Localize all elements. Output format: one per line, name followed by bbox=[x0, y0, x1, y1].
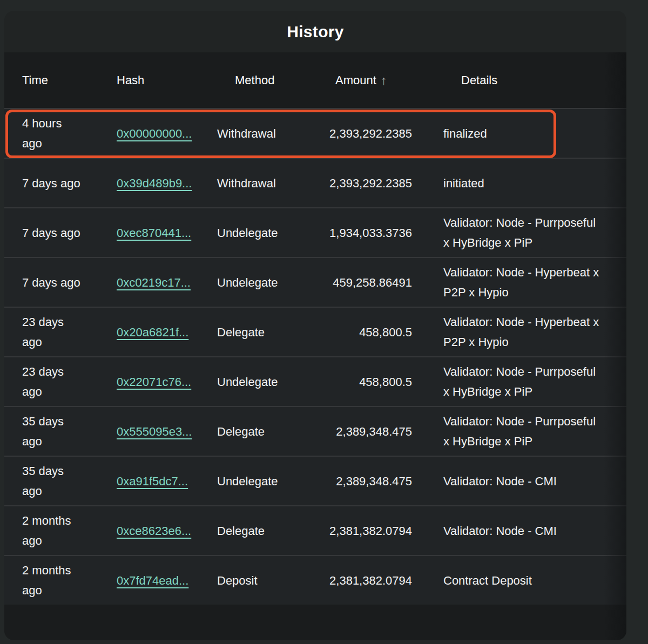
row-time: 23 days ago bbox=[22, 362, 80, 402]
column-header-hash[interactable]: Hash bbox=[117, 73, 235, 87]
table-row: 23 days ago 0x20a6821f... Delegate 458,8… bbox=[4, 307, 626, 356]
row-details: finalized bbox=[412, 124, 599, 144]
hash-link[interactable]: 0x7fd74ead... bbox=[117, 574, 188, 587]
hash-link[interactable]: 0x22071c76... bbox=[117, 375, 191, 389]
row-details: Validator: Node - Purrposeful x HyBridge… bbox=[412, 213, 599, 253]
card-header: History bbox=[4, 11, 626, 52]
amount-header-label: Amount bbox=[335, 73, 376, 87]
row-method: Delegate bbox=[217, 422, 318, 442]
hash-link[interactable]: 0x00000000... bbox=[117, 127, 192, 140]
row-method: Withdrawal bbox=[217, 124, 318, 144]
hash-link[interactable]: 0xce8623e6... bbox=[117, 524, 191, 538]
row-details: Validator: Node - Hyperbeat x P2P x Hypi… bbox=[412, 262, 599, 302]
row-amount: 2,393,292.2385 bbox=[318, 124, 412, 144]
sort-ascending-icon: ↑ bbox=[381, 74, 387, 87]
row-time: 35 days ago bbox=[22, 411, 80, 451]
history-card: History Time Hash Method Amount ↑ Detail… bbox=[4, 11, 626, 640]
row-details: Validator: Node - Hyperbeat x P2P x Hypi… bbox=[412, 312, 599, 352]
row-method: Delegate bbox=[217, 322, 318, 342]
row-method: Withdrawal bbox=[217, 173, 318, 193]
row-time: 7 days ago bbox=[22, 223, 80, 243]
table-row: 23 days ago 0x22071c76... Undelegate 458… bbox=[4, 356, 626, 406]
row-method: Undelegate bbox=[217, 471, 318, 491]
table-row: 35 days ago 0xa91f5dc7... Undelegate 2,3… bbox=[4, 456, 626, 505]
row-amount: 2,381,382.0794 bbox=[318, 521, 412, 541]
row-amount: 1,934,033.3736 bbox=[318, 223, 412, 243]
column-header-method[interactable]: Method bbox=[235, 73, 335, 87]
row-time: 7 days ago bbox=[22, 173, 80, 193]
row-details: Validator: Node - Purrposeful x HyBridge… bbox=[412, 411, 599, 451]
column-header-amount[interactable]: Amount ↑ bbox=[335, 73, 430, 87]
hash-link[interactable]: 0x39d489b9... bbox=[117, 177, 192, 190]
row-method: Undelegate bbox=[217, 273, 318, 293]
row-time: 7 days ago bbox=[22, 273, 80, 293]
hash-link[interactable]: 0x20a6821f... bbox=[117, 326, 188, 339]
page-title: History bbox=[287, 23, 343, 41]
row-method: Delegate bbox=[217, 521, 318, 541]
row-amount: 2,389,348.475 bbox=[318, 422, 412, 442]
row-details: Validator: Node - CMI bbox=[412, 521, 599, 541]
row-method: Deposit bbox=[217, 571, 318, 591]
row-time: 2 months ago bbox=[22, 560, 80, 600]
row-details: Contract Deposit bbox=[412, 571, 599, 591]
row-amount: 459,258.86491 bbox=[318, 273, 412, 293]
hash-link[interactable]: 0x555095e3... bbox=[117, 425, 192, 438]
row-details: Validator: Node - CMI bbox=[412, 471, 599, 491]
column-header-time[interactable]: Time bbox=[22, 73, 117, 87]
table-row: 7 days ago 0xc0219c17... Undelegate 459,… bbox=[4, 257, 626, 307]
table-row: 2 months ago 0x7fd74ead... Deposit 2,381… bbox=[4, 555, 626, 605]
hash-link[interactable]: 0xec870441... bbox=[117, 226, 191, 240]
row-details: initiated bbox=[412, 173, 599, 193]
table-row: 7 days ago 0x39d489b9... Withdrawal 2,39… bbox=[4, 158, 626, 207]
column-header-details[interactable]: Details bbox=[430, 73, 616, 87]
row-time: 4 hours ago bbox=[22, 113, 80, 153]
row-time: 23 days ago bbox=[22, 312, 80, 352]
table-row: 4 hours ago 0x00000000... Withdrawal 2,3… bbox=[4, 108, 626, 158]
row-time: 2 months ago bbox=[22, 511, 80, 551]
table-header-row: Time Hash Method Amount ↑ Details bbox=[4, 52, 626, 108]
history-table: Time Hash Method Amount ↑ Details 4 hour… bbox=[4, 52, 626, 640]
row-method: Undelegate bbox=[217, 372, 318, 392]
hash-link[interactable]: 0xc0219c17... bbox=[117, 276, 191, 289]
row-amount: 2,389,348.475 bbox=[318, 471, 412, 491]
hash-link[interactable]: 0xa91f5dc7... bbox=[117, 474, 188, 488]
row-amount: 458,800.5 bbox=[318, 372, 412, 392]
row-time: 35 days ago bbox=[22, 461, 80, 501]
row-amount: 2,381,382.0794 bbox=[318, 571, 412, 591]
table-row: 2 months ago 0xce8623e6... Delegate 2,38… bbox=[4, 505, 626, 555]
table-row: 35 days ago 0x555095e3... Delegate 2,389… bbox=[4, 406, 626, 456]
row-amount: 2,393,292.2385 bbox=[318, 173, 412, 193]
row-details: Validator: Node - Purrposeful x HyBridge… bbox=[412, 362, 599, 402]
table-row: 7 days ago 0xec870441... Undelegate 1,93… bbox=[4, 207, 626, 257]
row-amount: 458,800.5 bbox=[318, 322, 412, 342]
table-body: 4 hours ago 0x00000000... Withdrawal 2,3… bbox=[4, 108, 626, 605]
row-method: Undelegate bbox=[217, 223, 318, 243]
